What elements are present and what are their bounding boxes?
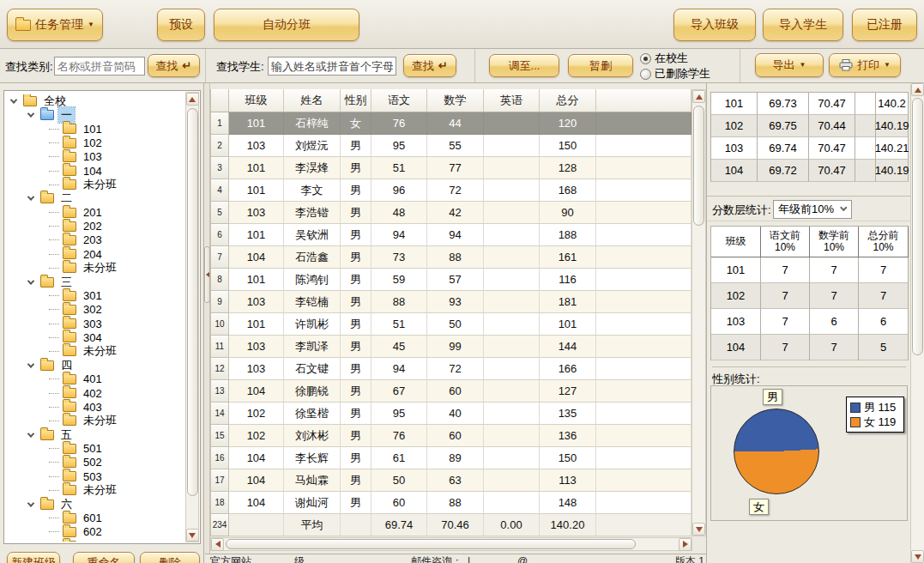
row-number[interactable]: 12 xyxy=(211,358,229,380)
scroll-up-button[interactable] xyxy=(911,83,924,96)
table-row[interactable]: 4101李文男9672168 xyxy=(211,179,691,202)
score-row[interactable]: 101777 xyxy=(711,257,909,283)
student-search-input[interactable] xyxy=(268,57,396,76)
table-row[interactable]: 2103刘煜沅男9555150 xyxy=(211,135,691,157)
row-number[interactable]: 10 xyxy=(211,313,229,336)
panel-splitter[interactable] xyxy=(204,83,210,563)
tree-item[interactable]: 501 xyxy=(6,442,184,456)
import-student-button[interactable]: 导入学生 xyxy=(763,9,843,41)
tree-item[interactable]: 六 xyxy=(6,497,184,511)
tree-item[interactable]: 102 xyxy=(6,136,184,150)
temp-delete-button[interactable]: 暂删 xyxy=(568,54,633,77)
tree-item[interactable]: 未分班 xyxy=(6,178,184,191)
tree-item[interactable]: 502 xyxy=(6,456,184,469)
tree-item[interactable]: 301 xyxy=(6,289,184,303)
row-number[interactable]: 14 xyxy=(211,403,229,425)
tree-item[interactable]: 103 xyxy=(6,150,184,164)
tree-item[interactable]: 403 xyxy=(6,400,184,414)
scroll-down-button[interactable] xyxy=(911,550,924,563)
row-number[interactable]: 15 xyxy=(211,425,229,447)
average-row[interactable]: 10169.7370.47140.2 xyxy=(711,93,909,115)
registered-button[interactable]: 已注册 xyxy=(852,9,917,41)
tree-item[interactable]: 未分班 xyxy=(6,261,184,275)
row-number[interactable]: 16 xyxy=(211,447,229,469)
row-number[interactable]: 1 xyxy=(211,112,229,135)
table-row[interactable]: 1101石梓纯女7644120 xyxy=(211,112,691,135)
table-row[interactable]: 5103李浩锴男484290 xyxy=(211,202,691,224)
tree-item[interactable]: 304 xyxy=(6,330,184,344)
score-row[interactable]: 104775 xyxy=(711,335,909,360)
collapse-handle[interactable] xyxy=(204,246,210,303)
category-search-input[interactable] xyxy=(54,57,145,76)
scroll-thumb[interactable] xyxy=(693,106,704,226)
scroll-up-button[interactable] xyxy=(692,90,705,103)
import-class-button[interactable]: 导入班级 xyxy=(673,9,756,41)
row-number[interactable]: 7 xyxy=(211,246,229,269)
tree-item[interactable]: 202 xyxy=(6,220,184,233)
tree-item[interactable]: 未分班 xyxy=(6,483,184,497)
column-header-姓名[interactable]: 姓名 xyxy=(284,89,341,112)
table-row[interactable]: 17104马灿霖男5063113 xyxy=(211,469,691,492)
rename-button[interactable]: 重命名 xyxy=(73,552,135,563)
export-button[interactable]: 导出 ▼ xyxy=(755,53,824,77)
row-number[interactable]: 11 xyxy=(211,336,229,358)
auto-assign-button[interactable]: 自动分班 xyxy=(214,9,359,41)
table-row[interactable]: 6101吴钦洲男9494188 xyxy=(211,224,691,246)
tree-item[interactable]: 602 xyxy=(6,525,184,539)
scroll-down-button[interactable] xyxy=(186,529,199,542)
tree-item[interactable]: 三 xyxy=(6,275,184,288)
table-row[interactable]: 3101李淏烽男5177128 xyxy=(211,157,691,179)
tree-item[interactable]: 603 xyxy=(6,539,184,542)
tree-item[interactable]: 五 xyxy=(6,428,184,442)
column-header-班级[interactable]: 班级 xyxy=(229,89,284,112)
print-button[interactable]: 打印 ▼ xyxy=(829,53,901,77)
tree-item[interactable]: 二 xyxy=(6,191,184,205)
delete-button[interactable]: 删除 xyxy=(140,552,200,563)
column-header-总分[interactable]: 总分 xyxy=(540,89,596,112)
score-row[interactable]: 102777 xyxy=(711,283,909,309)
column-header-数学[interactable]: 数学 xyxy=(427,89,484,112)
tree-item[interactable]: 一 xyxy=(6,108,184,122)
tree-scrollbar[interactable] xyxy=(185,92,199,542)
scroll-right-button[interactable] xyxy=(679,538,691,551)
tree-item[interactable]: 未分班 xyxy=(6,414,184,427)
row-number[interactable]: 6 xyxy=(211,224,229,246)
move-to-button[interactable]: 调至... xyxy=(489,54,559,77)
row-number[interactable]: 8 xyxy=(211,269,229,291)
scroll-thumb[interactable] xyxy=(912,98,923,355)
row-number[interactable]: 2 xyxy=(211,135,229,157)
table-horizontal-scrollbar[interactable] xyxy=(210,537,692,551)
table-row[interactable]: 11103李凯泽男4599144 xyxy=(211,336,691,358)
table-vertical-scrollbar[interactable] xyxy=(691,89,706,536)
tree-item[interactable]: 203 xyxy=(6,233,184,247)
average-row[interactable]: 10469.7270.47140.19 xyxy=(711,160,909,182)
row-number[interactable]: 234 xyxy=(211,514,229,536)
tree-item[interactable]: 全校 xyxy=(6,94,184,108)
row-number[interactable]: 13 xyxy=(211,380,229,403)
row-number[interactable]: 17 xyxy=(211,469,229,492)
tree-item[interactable]: 402 xyxy=(6,386,184,400)
average-row[interactable]: 10369.7470.47140.21 xyxy=(711,137,909,160)
scroll-left-button[interactable] xyxy=(211,538,224,551)
table-row[interactable]: 7104石浩鑫男7388161 xyxy=(211,246,691,269)
row-number[interactable]: 5 xyxy=(211,202,229,224)
table-row[interactable]: 12103石文键男9472166 xyxy=(211,358,691,380)
row-number[interactable]: 18 xyxy=(211,492,229,514)
tree-item[interactable]: 503 xyxy=(6,469,184,483)
table-row[interactable]: 18104谢灿河男6088148 xyxy=(211,492,691,514)
score-row[interactable]: 103766 xyxy=(711,309,909,335)
radio-active-students[interactable]: 在校生 xyxy=(640,51,734,66)
tree-item[interactable]: 601 xyxy=(6,512,184,525)
row-number[interactable]: 4 xyxy=(211,179,229,202)
column-header-语文[interactable]: 语文 xyxy=(371,89,427,112)
table-row[interactable]: 13104徐鹏锐男6760127 xyxy=(211,380,691,403)
scroll-down-button[interactable] xyxy=(692,523,705,536)
new-class-button[interactable]: 新建班级 xyxy=(7,552,60,563)
tree-item[interactable]: 四 xyxy=(6,359,184,372)
scroll-thumb[interactable] xyxy=(226,539,636,549)
preset-button[interactable]: 预设 xyxy=(157,9,205,41)
table-row[interactable]: 10101许凯彬男5150101 xyxy=(211,313,691,336)
tree-item[interactable]: 303 xyxy=(6,317,184,330)
tree-item[interactable]: 204 xyxy=(6,247,184,261)
table-row[interactable]: 14102徐坚楷男9540135 xyxy=(211,403,691,425)
